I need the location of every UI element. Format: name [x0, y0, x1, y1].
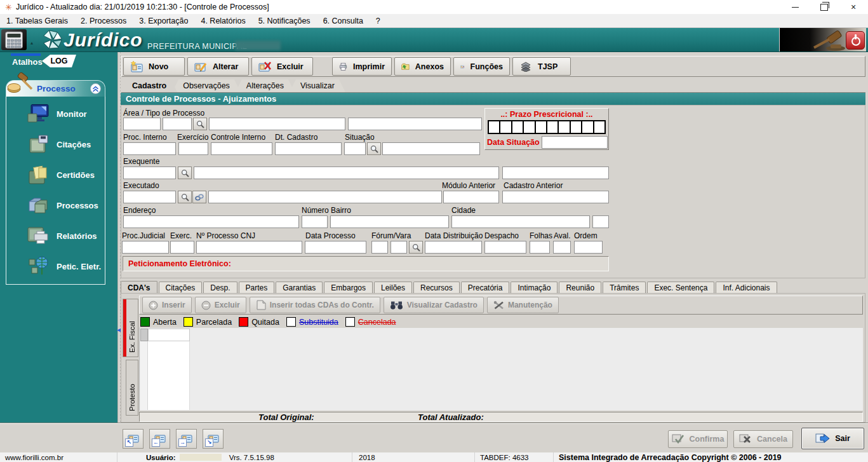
last-record-button[interactable]: ↘	[203, 429, 224, 449]
tab-atalhos[interactable]: Atalhos	[12, 57, 43, 67]
inserir-button[interactable]: Inserir	[142, 297, 192, 313]
controle-interno-input[interactable]	[211, 142, 272, 155]
executado-nome-input[interactable]	[208, 191, 442, 203]
endereco-input[interactable]	[123, 215, 299, 228]
proc-interno-input[interactable]	[123, 142, 176, 155]
tjsp-button[interactable]: TJSP	[512, 57, 571, 76]
exercicio-input[interactable]	[178, 142, 208, 155]
exerc-input[interactable]	[170, 241, 194, 254]
menu-help[interactable]: ?	[370, 17, 387, 25]
sidebar-item-processos[interactable]: Processos	[6, 190, 105, 221]
menu-relatorios[interactable]: 4. Relatórios	[194, 17, 251, 25]
tipo-descricao-input[interactable]	[348, 118, 482, 130]
tab-exec-sentenca[interactable]: Exec. Sentença	[647, 282, 714, 294]
tab-citacoes[interactable]: Citações	[159, 282, 203, 294]
excluir-button[interactable]: Excluir	[251, 57, 313, 76]
tab-partes[interactable]: Partes	[239, 282, 275, 294]
side-tab-ex-fiscal[interactable]: Ex. Fiscal	[123, 299, 138, 357]
executado-lookup-button[interactable]	[178, 191, 192, 203]
tab-leiloes[interactable]: Leilões	[374, 282, 412, 294]
exequente-codigo-input[interactable]	[123, 166, 176, 179]
novo-button[interactable]: Novo	[123, 57, 185, 76]
tab-cdas[interactable]: CDA's	[121, 281, 157, 294]
inserir-todas-cdas-button[interactable]: Inserir todas CDAs do Contr.	[250, 297, 380, 313]
exequente-lookup-button[interactable]	[178, 166, 192, 179]
sidebar-item-monitor[interactable]: Monitor	[6, 99, 105, 129]
manutencao-button[interactable]: Manutenção	[487, 297, 559, 313]
sair-button[interactable]: Sair	[801, 428, 864, 449]
exequente-nome-input[interactable]	[194, 166, 499, 179]
header-caret-icon[interactable]: ▴	[30, 40, 33, 46]
executado-link-button[interactable]	[192, 191, 206, 203]
first-record-button[interactable]: ↖	[123, 429, 144, 449]
cdas-grid[interactable]	[139, 328, 863, 411]
menu-exportacao[interactable]: 3. Exportação	[133, 17, 194, 25]
situacao-codigo-input[interactable]	[344, 142, 366, 155]
bairro-input[interactable]	[330, 215, 449, 228]
processo-cnj-input[interactable]	[196, 241, 302, 254]
anexos-button[interactable]: Anexos	[394, 57, 451, 76]
proc-judicial-input[interactable]	[122, 241, 169, 254]
tab-log[interactable]: LOG	[42, 55, 76, 67]
data-situacao-input[interactable]	[542, 136, 608, 149]
funcoes-button[interactable]: Funções	[453, 57, 510, 76]
menu-processos[interactable]: 2. Processos	[74, 17, 133, 25]
tab-inf-adicionais[interactable]: Inf. Adicionais	[716, 282, 777, 294]
sidebar-item-relatorios[interactable]: Relatórios	[6, 221, 105, 251]
forum-input[interactable]	[371, 241, 388, 254]
side-tab-protesto[interactable]: Protesto	[126, 360, 138, 416]
power-exit-button[interactable]	[846, 31, 865, 50]
menu-notificacoes[interactable]: 5. Notificações	[252, 17, 317, 25]
confirma-button[interactable]: Confirma	[668, 430, 728, 448]
minimize-button[interactable]	[780, 0, 810, 14]
vara-input[interactable]	[391, 241, 407, 254]
area-lookup-button[interactable]	[193, 118, 207, 130]
situacao-descricao-input[interactable]	[382, 142, 480, 155]
ordem-input[interactable]	[574, 241, 603, 254]
aval-input[interactable]	[553, 241, 571, 254]
visualizar-cadastro-button[interactable]: Visualizar Cadastro	[384, 297, 484, 313]
numero-input[interactable]	[302, 215, 328, 228]
situacao-lookup-button[interactable]	[367, 142, 381, 155]
imprimir-button[interactable]: Imprimir	[332, 57, 392, 76]
modulo-anterior-input[interactable]	[443, 191, 499, 203]
cancela-button[interactable]: Cancela	[733, 430, 793, 448]
despacho-input[interactable]	[484, 241, 526, 254]
cadastro-anterior-input[interactable]	[502, 191, 609, 203]
tab-desp[interactable]: Desp.	[203, 282, 237, 294]
sidebar-item-certidoes[interactable]: Certidões	[6, 160, 105, 190]
tab-intimacao[interactable]: Intimação	[511, 282, 558, 294]
excluir-cda-button[interactable]: Excluir	[195, 297, 246, 313]
tab-cadastro[interactable]: Cadastro	[121, 79, 177, 92]
sidebar-item-petic-eletr[interactable]: Petic. Eletr.	[6, 251, 105, 282]
tab-alteracoes[interactable]: Alterações	[236, 79, 295, 92]
area-input[interactable]	[123, 118, 161, 130]
calculator-icon[interactable]	[1, 29, 27, 50]
tipo-processo-input[interactable]	[163, 118, 192, 130]
menu-tabelas-gerais[interactable]: 1. Tabelas Gerais	[0, 17, 74, 25]
exequente-extra-input[interactable]	[502, 166, 609, 179]
uf-input[interactable]	[592, 215, 609, 228]
close-button[interactable]: ×	[839, 0, 868, 14]
data-distribuicao-input[interactable]	[425, 241, 482, 254]
restore-button[interactable]	[810, 0, 839, 14]
tab-reuniao[interactable]: Reunião	[559, 282, 601, 294]
previous-record-button[interactable]: ←	[149, 429, 170, 449]
forum-vara-lookup-button[interactable]	[409, 241, 423, 254]
dt-cadastro-input[interactable]	[275, 142, 342, 155]
tab-precatoria[interactable]: Precatória	[461, 282, 510, 294]
cidade-input[interactable]	[451, 215, 590, 228]
collapse-chevron-icon[interactable]	[90, 83, 101, 94]
titlebar[interactable]: ✳ Jurídico - Atualizado dia: 21/01/2019 …	[0, 0, 868, 14]
executado-codigo-input[interactable]	[123, 191, 176, 203]
alterar-button[interactable]: Alterar	[187, 57, 249, 76]
area-descricao-input[interactable]	[209, 118, 345, 130]
tab-recursos[interactable]: Recursos	[413, 282, 460, 294]
folhas-input[interactable]	[530, 241, 550, 254]
next-record-button[interactable]: →	[176, 429, 197, 449]
tab-garantias[interactable]: Garantias	[276, 282, 323, 294]
menu-consulta[interactable]: 6. Consulta	[317, 17, 370, 25]
data-processo-input[interactable]	[305, 241, 366, 254]
tab-observacoes[interactable]: Observações	[172, 79, 241, 92]
tab-visualizar[interactable]: Visualizar	[290, 79, 345, 92]
